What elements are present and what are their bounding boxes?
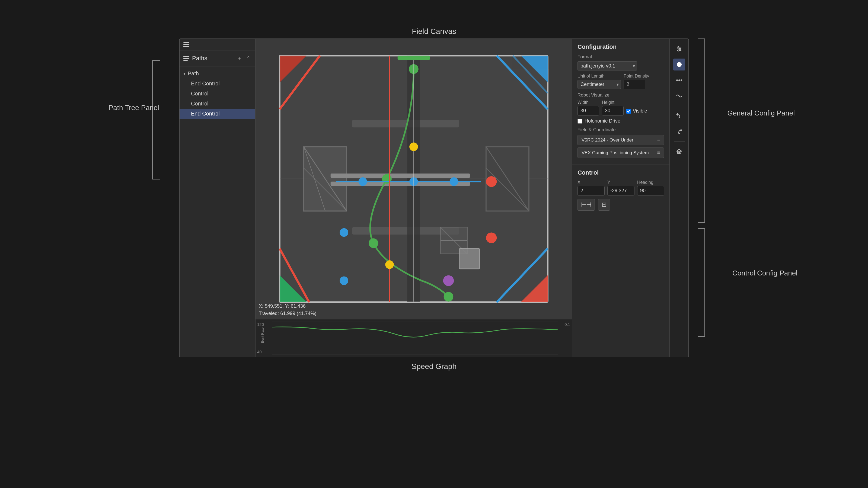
control-icon-btn-1[interactable]: ⊢⊣	[578, 199, 595, 210]
speed-y-max: 120	[257, 322, 268, 327]
svg-point-60	[681, 79, 682, 81]
field-option2-button[interactable]: VEX Gaming Positioning System ≡	[578, 148, 664, 158]
svg-rect-41	[459, 249, 479, 269]
x-label: X	[578, 180, 604, 185]
point-density-input[interactable]: 2	[624, 80, 645, 89]
undo-icon	[676, 112, 682, 119]
format-select-wrapper[interactable]: path.jerryio v0.1	[578, 61, 637, 70]
main-body: Paths + ⌃ ▾ Path End Control	[180, 39, 688, 357]
svg-point-33	[358, 177, 367, 186]
x-field: X 2	[578, 180, 604, 195]
collapse-button[interactable]: ⌃	[245, 54, 251, 62]
speed-y-min: 40	[257, 350, 268, 354]
tree-item-end-control-1[interactable]: End Control	[180, 78, 255, 89]
speed-graph-svg	[272, 322, 558, 355]
field-canvas[interactable]: X: 549.551, Y: 61.436 Traveled: 61.999 (…	[255, 39, 572, 319]
tree-item-end-control-2[interactable]: End Control	[180, 109, 255, 119]
visible-group: Visible	[626, 108, 647, 116]
x-input[interactable]: 2	[578, 186, 604, 195]
outer-wrapper: Field Canvas Path Tree Panel	[54, 27, 814, 461]
wave-icon-btn[interactable]	[673, 90, 685, 102]
xy-coords: X: 549.551, Y: 61.436	[259, 302, 316, 310]
path-tree-header: Paths + ⌃	[180, 51, 255, 66]
width-input[interactable]: 30	[578, 106, 599, 116]
svg-rect-13	[352, 120, 459, 127]
field-canvas-label: Field Canvas	[412, 27, 456, 36]
tree-item-control-1[interactable]: Control	[180, 89, 255, 99]
unit-length-group: Unit of Length Centimeter	[578, 74, 621, 89]
speed-x-max: 0.1	[564, 322, 570, 327]
speed-graph-label: Speed Graph	[411, 362, 457, 371]
circle-icon-btn[interactable]	[673, 59, 685, 70]
svg-point-36	[340, 228, 348, 237]
svg-point-45	[409, 142, 418, 151]
heading-label: Heading	[637, 180, 664, 185]
hamburger-icon[interactable]	[183, 42, 189, 47]
holonomic-row: Holonomic Drive	[578, 118, 664, 124]
speed-graph: 120 Bent Rate 40	[255, 319, 572, 357]
general-config-bracket	[698, 38, 705, 223]
control-icons-row: ⊢⊣ ⊟	[578, 199, 664, 210]
svg-point-56	[678, 50, 679, 51]
unit-length-label: Unit of Length	[578, 74, 621, 78]
home-icon	[676, 148, 682, 155]
field-option1-button[interactable]: V5RC 2024 - Over Under ≡	[578, 135, 664, 145]
xyz-row: X 2 Y -29.327 Heading 90	[578, 180, 664, 195]
tree-item-label: End Control	[191, 80, 220, 87]
heading-input[interactable]: 90	[637, 186, 664, 195]
field-svg	[255, 39, 572, 319]
height-group: Height 30	[602, 100, 624, 116]
sliders-icon	[676, 45, 682, 52]
svg-point-58	[676, 79, 678, 81]
y-input[interactable]: -29.327	[607, 186, 634, 195]
holonomic-label: Holonomic Drive	[585, 118, 620, 124]
paths-label: Paths	[192, 55, 234, 62]
control-section: Control X 2 Y -29.327 Heading	[572, 165, 670, 215]
tree-item-path[interactable]: ▾ Path	[180, 69, 255, 78]
width-group: Width 30	[578, 100, 599, 116]
circle-icon	[676, 61, 682, 68]
traveled-info: Traveled: 61.999 (41.74%)	[259, 310, 316, 317]
svg-point-29	[382, 174, 392, 184]
point-density-label: Point Density	[624, 74, 649, 78]
svg-point-40	[443, 275, 454, 286]
control-icon-btn-2[interactable]: ⊟	[598, 199, 610, 210]
path-tree-panel-label: Path Tree Panel	[108, 104, 159, 112]
path-tree-panel: Paths + ⌃ ▾ Path End Control	[180, 39, 255, 357]
width-label: Width	[578, 100, 599, 105]
add-path-button[interactable]: +	[237, 54, 243, 63]
format-select[interactable]: path.jerryio v0.1	[578, 61, 637, 70]
redo-icon-btn[interactable]	[673, 126, 685, 137]
field-option2-label: VEX Gaming Positioning System	[582, 150, 649, 156]
undo-icon-btn[interactable]	[673, 110, 685, 122]
tree-item-label: Control	[191, 91, 208, 97]
visible-label: Visible	[633, 108, 647, 114]
dots-icon-btn[interactable]	[673, 74, 685, 86]
robot-visualize-label: Robot Visualize	[578, 93, 664, 98]
height-input[interactable]: 30	[602, 106, 624, 116]
unit-select[interactable]: Centimeter	[578, 80, 621, 89]
tree-item-control-2[interactable]: Control	[180, 99, 255, 109]
field-option1-label: V5RC 2024 - Over Under	[582, 137, 633, 143]
list-icon[interactable]	[183, 56, 189, 61]
point-density-group: Point Density 2	[624, 74, 649, 89]
control-config-bracket	[698, 228, 705, 337]
svg-point-31	[444, 292, 454, 302]
holonomic-checkbox[interactable]	[578, 119, 582, 124]
canvas-area: X: 549.551, Y: 61.436 Traveled: 61.999 (…	[255, 39, 572, 357]
tree-item-label: Path	[188, 70, 199, 77]
format-label: Format	[578, 54, 664, 60]
home-icon-btn[interactable]	[673, 145, 685, 157]
expand-icon: ▾	[183, 71, 186, 76]
sliders-icon-btn[interactable]	[673, 43, 685, 55]
general-config-label: General Config Panel	[727, 109, 795, 118]
svg-point-57	[677, 62, 682, 67]
speed-y-label: Bent Rate	[260, 333, 265, 343]
unit-select-wrapper[interactable]: Centimeter	[578, 80, 621, 89]
configuration-section: Configuration Format path.jerryio v0.1	[572, 39, 670, 165]
svg-rect-62	[678, 152, 680, 154]
right-toolbar	[670, 39, 688, 357]
visible-checkbox[interactable]	[626, 109, 631, 113]
toolbar-divider-1	[674, 106, 685, 106]
y-field: Y -29.327	[607, 180, 634, 195]
